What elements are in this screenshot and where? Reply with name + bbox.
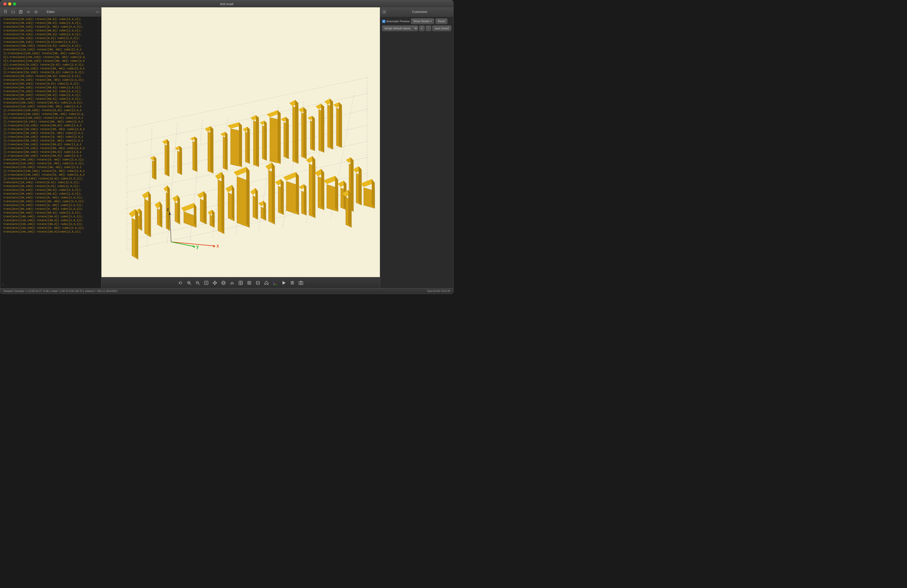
front-view-button[interactable] — [245, 279, 253, 287]
code-fold-icon[interactable]: ⌒ — [97, 25, 99, 29]
save-file-button[interactable] — [18, 9, 24, 15]
code-fold-icon[interactable]: ⌒ — [97, 86, 99, 90]
code-line-text: translate([60,110]) rotate([90,0]) cube(… — [3, 29, 97, 33]
code-fold-icon[interactable]: ⌒ — [97, 124, 99, 128]
add-preset-button[interactable]: + — [419, 26, 425, 31]
code-fold-icon[interactable]: ⌒ — [97, 112, 99, 116]
code-fold-icon[interactable]: ⌒ — [97, 135, 99, 139]
orbit-button[interactable] — [220, 279, 228, 287]
code-line: translate([110,140]) rotate([90,0]) cube… — [3, 219, 99, 223]
preset-select[interactable]: design default values — [382, 26, 418, 31]
open-file-button[interactable] — [10, 9, 16, 15]
code-fold-icon[interactable]: ⌒ — [97, 67, 99, 70]
remove-preset-button[interactable]: - — [426, 26, 431, 31]
code-fold-icon[interactable]: ⌒ — [97, 74, 99, 78]
code-fold-icon[interactable]: ⌒ — [97, 120, 99, 124]
code-fold-icon[interactable]: ⌒ — [97, 48, 99, 51]
code-fold-icon[interactable]: ⌒ — [97, 29, 99, 33]
customizer-close-button[interactable]: ✕ — [382, 10, 386, 14]
code-fold-icon[interactable]: ⌒ — [97, 207, 99, 211]
home-view-button[interactable] — [263, 279, 271, 287]
code-fold-icon[interactable]: ⌒ — [97, 51, 99, 55]
zoom-out-button[interactable] — [194, 279, 202, 287]
code-fold-icon[interactable]: ⌒ — [97, 177, 99, 181]
code-fold-icon[interactable]: ⌒ — [97, 82, 99, 86]
code-fold-icon[interactable]: ⌒ — [97, 59, 99, 63]
indent-button[interactable] — [25, 9, 32, 15]
code-fold-icon[interactable]: ⌒ — [97, 158, 99, 162]
side-view-button[interactable] — [254, 279, 262, 287]
code-fold-icon[interactable]: ⌒ — [97, 173, 99, 177]
code-fold-icon[interactable]: ⌒ — [97, 211, 99, 215]
perspective-button[interactable] — [228, 279, 236, 287]
screenshot-button[interactable] — [297, 279, 305, 287]
code-fold-icon[interactable]: ⌒ — [97, 150, 99, 154]
zoom-all-button[interactable] — [202, 279, 210, 287]
code-fold-icon[interactable]: ⌒ — [97, 128, 99, 131]
viewport-panel[interactable]: x y z — [101, 7, 380, 288]
code-fold-icon[interactable]: ⌒ — [97, 154, 99, 158]
code-fold-icon[interactable]: ⌒ — [97, 192, 99, 196]
close-button[interactable] — [3, 2, 6, 6]
svg-marker-79 — [296, 172, 299, 215]
code-line: translate([80,110]) rotate([0,0]) cube([… — [3, 37, 99, 40]
export-button[interactable] — [288, 279, 296, 287]
show-details-button[interactable]: Show Details ▾ — [411, 18, 434, 24]
code-line-text: translate([140,140]) rotate([90,0])cube(… — [3, 230, 97, 234]
code-fold-icon[interactable]: ⌒ — [97, 105, 99, 109]
code-fold-icon[interactable]: ⌒ — [97, 162, 99, 165]
code-fold-icon[interactable]: ⌒ — [97, 203, 99, 207]
auto-preview-checkbox[interactable]: ✓ — [382, 20, 385, 23]
code-fold-icon[interactable]: ⌒ — [97, 165, 99, 169]
code-area[interactable]: translate([30,110]) rotate([90,0]) cube(… — [0, 16, 101, 288]
code-line: ]);translate([140,130]) rotate([0,-90]) … — [3, 173, 99, 177]
code-fold-icon[interactable]: ⌒ — [97, 70, 99, 74]
maximize-button[interactable] — [13, 2, 16, 6]
zoom-button[interactable] — [185, 279, 193, 287]
auto-preview-checkbox-container[interactable]: ✓ Automatic Preview — [382, 20, 409, 23]
minimize-button[interactable] — [8, 2, 11, 6]
code-line: 2]);translate([140,120]) rotate([0,0]) c… — [3, 116, 99, 120]
code-fold-icon[interactable]: ⌒ — [97, 40, 99, 44]
code-fold-icon[interactable]: ⌒ — [97, 131, 99, 135]
code-fold-icon[interactable]: ⌒ — [97, 219, 99, 223]
settings-button[interactable] — [33, 9, 39, 15]
axes-button[interactable] — [271, 279, 279, 287]
new-file-button[interactable] — [2, 9, 9, 15]
editor-more-button[interactable]: >> — [96, 10, 99, 13]
code-fold-icon[interactable]: ⌒ — [97, 21, 99, 25]
code-fold-icon[interactable]: ⌒ — [97, 109, 99, 112]
code-fold-icon[interactable]: ⌒ — [97, 226, 99, 230]
code-fold-icon[interactable]: ⌒ — [97, 90, 99, 93]
reset-button[interactable]: Reset — [436, 18, 447, 24]
code-fold-icon[interactable]: ⌒ — [97, 188, 99, 192]
code-line-text: translate([80,110]) rotate([0,0]) cube([… — [3, 37, 97, 40]
pan-button[interactable] — [211, 279, 219, 287]
code-fold-icon[interactable]: ⌒ — [97, 146, 99, 150]
code-fold-icon[interactable]: ⌒ — [97, 223, 99, 226]
code-fold-icon[interactable]: ⌒ — [97, 97, 99, 101]
code-fold-icon[interactable]: ⌒ — [97, 200, 99, 203]
code-fold-icon[interactable]: ⌒ — [97, 215, 99, 219]
top-view-button[interactable] — [237, 279, 245, 287]
code-fold-icon[interactable]: ⌒ — [97, 44, 99, 48]
code-fold-icon[interactable]: ⌒ — [97, 63, 99, 67]
code-fold-icon[interactable]: ⌒ — [97, 184, 99, 188]
code-fold-icon[interactable]: ⌒ — [97, 37, 99, 40]
code-fold-icon[interactable]: ⌒ — [97, 169, 99, 173]
save-preset-button[interactable]: save preset — [432, 26, 451, 31]
animate-button[interactable] — [280, 279, 288, 287]
rotate-view-button[interactable] — [176, 279, 184, 287]
code-fold-icon[interactable]: ⌒ — [97, 230, 99, 234]
code-fold-icon[interactable]: ⌒ — [97, 181, 99, 184]
code-fold-icon[interactable]: ⌒ — [97, 196, 99, 200]
code-fold-icon[interactable]: ⌒ — [97, 101, 99, 105]
code-fold-icon[interactable]: ⌒ — [97, 143, 99, 146]
code-fold-icon[interactable]: ⌒ — [97, 33, 99, 37]
code-fold-icon[interactable]: ⌒ — [97, 116, 99, 120]
code-fold-icon[interactable]: ⌒ — [97, 139, 99, 143]
code-fold-icon[interactable]: ⌒ — [97, 93, 99, 97]
code-fold-icon[interactable]: ⌒ — [97, 18, 99, 21]
code-fold-icon[interactable]: ⌒ — [97, 55, 99, 59]
code-fold-icon[interactable]: ⌒ — [97, 78, 99, 82]
